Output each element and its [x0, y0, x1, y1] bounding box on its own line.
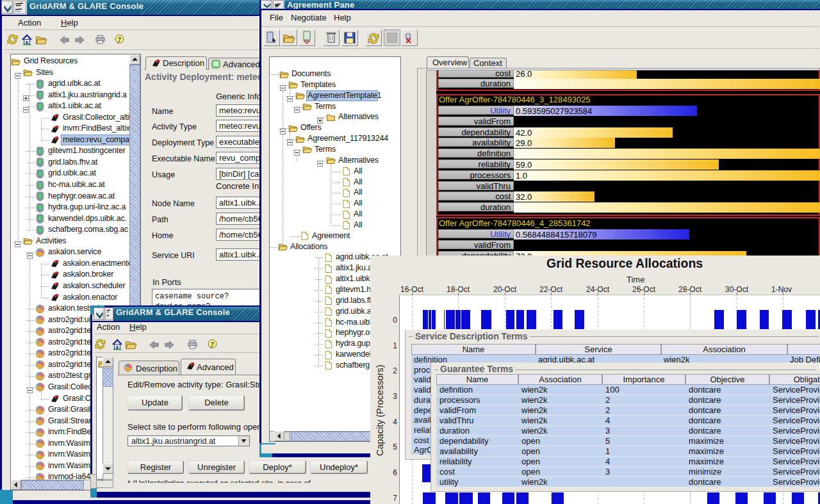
svg-text:?: ? [211, 341, 214, 347]
svg-text:?: ? [118, 36, 121, 42]
